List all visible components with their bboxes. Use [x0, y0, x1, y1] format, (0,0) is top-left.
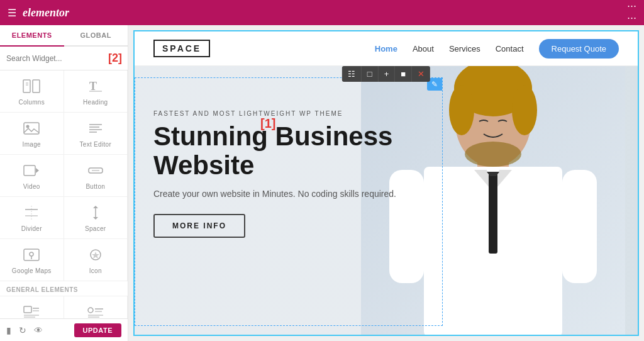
widget-icon-label: Icon [89, 267, 102, 274]
widget-columns[interactable]: Columns [0, 70, 64, 113]
svg-text:T: T [89, 80, 97, 92]
svg-point-43 [465, 142, 521, 167]
icon-widget-icon [87, 248, 104, 264]
label-1-marker: [1] [260, 116, 275, 131]
top-bar: ☰ elementor ⋅⋅⋅⋅⋅⋅ [0, 0, 644, 25]
sidebar: ELEMENTS GLOBAL [2] 🔍 Columns T Heading [0, 25, 128, 341]
tab-elements[interactable]: ELEMENTS [0, 25, 64, 47]
widget-icon-box[interactable]: Icon Box [64, 296, 128, 318]
svg-rect-27 [24, 306, 31, 313]
canvas-area: SPACE Home About Services Contact Reques… [128, 25, 644, 341]
toolbar-close-icon[interactable]: ✕ [412, 66, 430, 82]
widget-spacer-label: Spacer [85, 225, 106, 232]
terminal-icon[interactable]: ▮ [6, 325, 11, 335]
svg-point-7 [26, 125, 30, 128]
widget-button-label: Button [86, 183, 105, 190]
widget-image[interactable]: Image [0, 113, 64, 155]
svg-marker-26 [92, 252, 99, 259]
widget-button[interactable]: Button [64, 155, 128, 197]
nav-services[interactable]: Services [449, 44, 480, 53]
video-icon [23, 164, 40, 180]
text-editor-icon [87, 121, 104, 138]
svg-rect-1 [33, 80, 40, 92]
widget-google-maps[interactable]: Google Maps [0, 239, 64, 281]
svg-marker-21 [93, 217, 98, 220]
canvas-wrapper: SPACE Home About Services Contact Reques… [133, 30, 639, 336]
elementor-logo: elementor [23, 6, 69, 20]
selected-element-outline: ‹ ✎ [135, 77, 443, 326]
svg-marker-13 [36, 168, 39, 173]
main-area: ELEMENTS GLOBAL [2] 🔍 Columns T Heading [0, 25, 644, 341]
svg-rect-6 [24, 123, 39, 134]
undo-icon[interactable]: ↻ [19, 325, 26, 335]
widget-divider[interactable]: Divider [0, 197, 64, 239]
widget-spacer[interactable]: Spacer [64, 197, 128, 239]
google-maps-icon [23, 248, 40, 264]
nav-about[interactable]: About [413, 44, 434, 53]
sidebar-bottom-bar: ▮ ↻ 👁 UPDATE [0, 318, 128, 341]
svg-point-42 [512, 85, 537, 135]
widget-heading[interactable]: T Heading [64, 70, 128, 113]
toolbar-duplicate-icon[interactable]: □ [362, 66, 379, 82]
svg-marker-20 [93, 206, 98, 208]
elementor-section-toolbar: ☷ □ + ■ ✕ [342, 66, 430, 82]
toolbar-columns-icon[interactable]: ☷ [342, 66, 362, 82]
toolbar-add-icon[interactable]: + [379, 66, 396, 82]
widget-heading-label: Heading [83, 99, 108, 106]
button-icon [87, 164, 104, 180]
hero-section: ‹ ✎ [1] FASTEST AND MOST LIGHTWEIGHT WP … [135, 66, 638, 335]
widget-image-box[interactable]: Image Box [0, 296, 64, 318]
label-2-badge: [2] [104, 50, 126, 66]
svg-rect-47 [489, 172, 497, 254]
general-elements-label: GENERAL ELEMENTS [0, 281, 128, 296]
widget-video-label: Video [23, 183, 40, 190]
tab-global[interactable]: GLOBAL [64, 25, 128, 45]
icon-box-icon [87, 305, 104, 318]
toolbar-save-icon[interactable]: ■ [395, 66, 412, 82]
site-nav: SPACE Home About Services Contact Reques… [135, 31, 638, 66]
widget-image-label: Image [23, 141, 41, 148]
sidebar-tabs: ELEMENTS GLOBAL [0, 25, 128, 47]
widget-icon[interactable]: Icon [64, 239, 128, 281]
widget-video[interactable]: Video [0, 155, 64, 197]
spacer-icon [87, 206, 104, 222]
image-box-icon [23, 305, 40, 318]
eye-icon[interactable]: 👁 [34, 325, 43, 335]
widget-google-maps-label: Google Maps [12, 267, 52, 274]
widget-text-editor-label: Text Editor [79, 141, 111, 148]
search-input[interactable] [6, 54, 101, 63]
svg-rect-32 [88, 308, 93, 313]
svg-rect-49 [562, 170, 597, 283]
divider-icon [23, 206, 40, 222]
nav-contact[interactable]: Contact [496, 44, 524, 53]
site-menu: Home About Services Contact Request Quot… [375, 39, 619, 59]
svg-point-23 [30, 252, 33, 256]
widget-text-editor[interactable]: Text Editor [64, 113, 128, 155]
heading-icon: T [87, 79, 104, 96]
sidebar-search-bar: [2] 🔍 [0, 47, 128, 70]
hamburger-icon[interactable]: ☰ [8, 7, 16, 19]
widget-divider-label: Divider [21, 225, 42, 232]
image-icon [23, 121, 40, 138]
widget-columns-label: Columns [18, 99, 45, 106]
svg-rect-12 [24, 165, 35, 176]
update-button[interactable]: UPDATE [74, 323, 121, 337]
widgets-grid: Columns T Heading Image Tex [0, 70, 128, 318]
grid-icon[interactable]: ⋅⋅⋅⋅⋅⋅ [627, 1, 636, 25]
nav-home[interactable]: Home [375, 44, 397, 53]
site-logo: SPACE [153, 40, 210, 57]
request-quote-button[interactable]: Request Quote [539, 39, 619, 59]
columns-icon [23, 79, 40, 96]
svg-rect-0 [23, 80, 30, 92]
